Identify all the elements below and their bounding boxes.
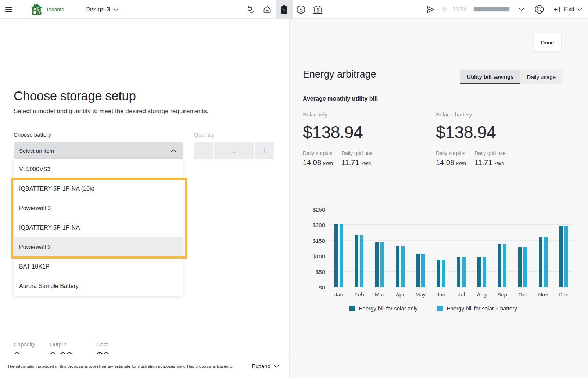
bar-energy-bill-for-solar-only: [396, 246, 399, 287]
month-group: Mar: [369, 201, 390, 298]
bar-energy-bill-for-solar-only: [437, 260, 440, 287]
month-bars: [539, 201, 548, 287]
daily-grid-use-label: Daily grid use: [341, 150, 380, 156]
chart-months: JanFebMarAprMayJunJulAugSepOctNovDec: [329, 201, 574, 298]
month-label: May: [415, 291, 426, 298]
chevron-down-icon: [114, 8, 118, 11]
daily-grid-use-value: 11.71 kWh: [474, 158, 513, 167]
tab-daily-usage[interactable]: Daily usage: [520, 70, 562, 84]
dropdown-item[interactable]: Powerwall 2: [14, 237, 183, 257]
top-bar: Tenants Design 3: [0, 0, 588, 19]
stat-label: Cost: [96, 341, 110, 348]
tenants-logo: Tenants: [30, 3, 64, 16]
bar-energy-bill-for-solar-only: [498, 244, 501, 287]
daily-surplus: Daily surplus14.08 kWh: [303, 150, 341, 167]
month-label: Dec: [559, 291, 569, 298]
menu-icon[interactable]: [5, 3, 18, 16]
battery-select[interactable]: Select an item: [14, 142, 183, 159]
disclaimer-footer: The information provided in this proposa…: [0, 354, 289, 378]
storage-setup-panel: Choose storage setup Select a model and …: [0, 19, 289, 378]
tab-utility-bill-savings[interactable]: Utility bill savings: [460, 70, 520, 84]
y-tick-label: $50: [316, 269, 325, 275]
daily-grid-use-unit: kWh: [361, 161, 371, 166]
daily-surplus-label: Daily surplus: [436, 150, 474, 156]
dropdown-item[interactable]: BAT-10K1P: [14, 257, 183, 276]
quantity-increase-button[interactable]: +: [255, 142, 274, 159]
month-bars: [416, 201, 425, 287]
dollar-circle-icon[interactable]: [293, 0, 309, 19]
legend-swatch: [349, 306, 355, 311]
bill-column-label: Solar only: [303, 111, 424, 118]
dropdown-item[interactable]: IQBATTERY-5P-1P-NA: [14, 218, 183, 237]
utility-bill-chart: $0$50$100$150$200$250 JanFebMarAprMayJun…: [307, 201, 574, 287]
month-group: Oct: [512, 201, 533, 298]
bar-energy-bill-for-solar-only: [355, 235, 358, 287]
help-icon[interactable]: [534, 4, 544, 14]
y-tick-label: $200: [313, 222, 325, 228]
daily-grid-use: Daily grid use11.71 kWh: [341, 150, 380, 167]
lightning-icon: [442, 6, 447, 13]
month-label: Aug: [477, 291, 487, 298]
view-tabs: Utility bill savingsDaily usage: [460, 70, 562, 84]
month-bars: [559, 201, 568, 287]
bar-energy-bill-for-solar-only: [518, 247, 522, 287]
bar-energy-bill-for-solar-battery: [483, 257, 486, 287]
dropdown-item[interactable]: IQBATTERY-5P-1P-NA (10k): [14, 179, 183, 198]
battery-icon[interactable]: [276, 0, 293, 19]
bar-energy-bill-for-solar-battery: [380, 242, 384, 287]
quantity-value[interactable]: 1: [214, 142, 254, 159]
plug-icon[interactable]: [242, 0, 259, 19]
daily-grid-use: Daily grid use11.71 kWh: [474, 150, 513, 167]
bar-energy-bill-for-solar-battery: [421, 254, 425, 287]
daily-grid-use-label: Daily grid use: [474, 150, 513, 156]
stat-label: Capacity: [14, 341, 35, 348]
daily-surplus-unit: kWh: [323, 161, 333, 166]
done-button[interactable]: Done: [533, 33, 562, 52]
stat-label: Output: [50, 341, 81, 348]
home-icon[interactable]: [259, 0, 276, 19]
bar-energy-bill-for-solar-battery: [523, 247, 527, 287]
month-group: Dec: [553, 201, 574, 298]
send-icon[interactable]: [424, 0, 437, 19]
bar-energy-bill-for-solar-battery: [544, 237, 548, 287]
dropdown-item[interactable]: VL5000VS3: [14, 159, 183, 179]
chevron-down-icon[interactable]: [519, 8, 524, 11]
bar-energy-bill-for-solar-only: [559, 226, 563, 287]
dropdown-item[interactable]: Aurora Sample Battery: [14, 276, 183, 296]
quantity-decrease-button[interactable]: −: [194, 142, 213, 159]
exit-button[interactable]: Exit: [553, 6, 582, 14]
month-group: Aug: [472, 201, 492, 298]
design-selector[interactable]: Design 3: [85, 6, 118, 13]
month-group: May: [410, 201, 431, 298]
month-group: Jul: [451, 201, 472, 298]
battery-dropdown-list: VL5000VS3IQBATTERY-5P-1P-NA (10k)Powerwa…: [14, 159, 183, 296]
daily-surplus: Daily surplus14.08 kWh: [436, 150, 474, 167]
month-bars: [375, 201, 384, 287]
chart-plot: JanFebMarAprMayJunJulAugSepOctNovDec: [329, 201, 574, 287]
battery-select-value: Select an item: [19, 148, 54, 154]
brand-name: Tenants: [46, 7, 64, 12]
bill-subrow: Daily surplus14.08 kWhDaily grid use11.7…: [303, 150, 424, 167]
bill-amount: $138.94: [303, 122, 424, 142]
daily-surplus-unit: kWh: [456, 161, 466, 166]
month-label: Jul: [458, 291, 465, 298]
dropdown-item[interactable]: Powerwall 3: [14, 198, 183, 218]
bar-energy-bill-for-solar-battery: [401, 246, 405, 287]
month-bars: [396, 201, 405, 287]
exit-icon: [553, 6, 561, 14]
month-label: Jan: [334, 291, 343, 298]
bank-dollar-icon[interactable]: [309, 0, 326, 19]
bar-energy-bill-for-solar-battery: [442, 260, 445, 287]
month-label: Jun: [437, 291, 445, 298]
expand-label: Expand: [252, 363, 270, 369]
month-bars: [498, 201, 506, 287]
month-label: Nov: [538, 291, 548, 298]
month-label: Feb: [354, 291, 364, 298]
bill-subrow: Daily surplus14.08 kWhDaily grid use11.7…: [436, 150, 557, 167]
daily-grid-use-unit: kWh: [494, 161, 504, 166]
legend-label: Energy bill for solar + battery: [447, 305, 517, 312]
bar-energy-bill-for-solar-only: [375, 242, 379, 287]
month-label: Mar: [375, 291, 384, 298]
legend-swatch: [437, 306, 443, 311]
expand-button[interactable]: Expand: [252, 363, 279, 369]
